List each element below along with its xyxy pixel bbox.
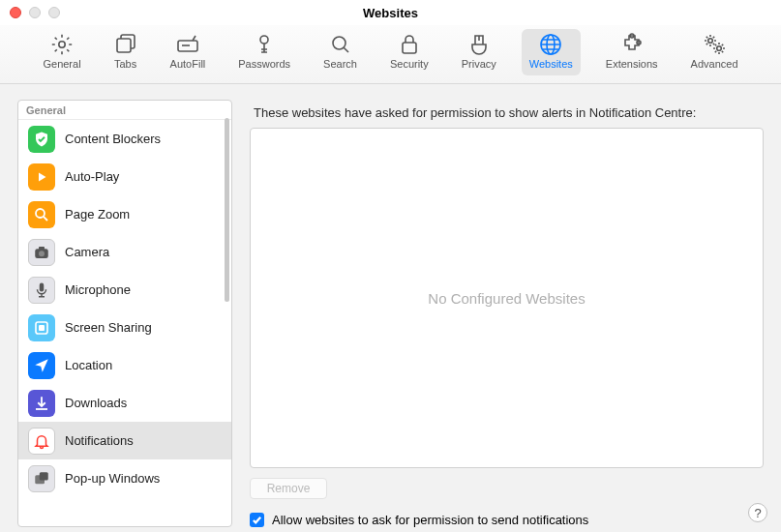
sidebar-item-label: Notifications: [65, 433, 134, 448]
allow-notifications-row: Allow websites to ask for permission to …: [250, 513, 764, 527]
toolbar-autofill[interactable]: AutoFill: [163, 29, 214, 75]
sidebar-item-label: Pop-up Windows: [65, 471, 160, 486]
toolbar-extensions[interactable]: Extensions: [598, 29, 666, 75]
sidebar-item-camera[interactable]: Camera: [18, 233, 231, 271]
sidebar-item-label: Camera: [65, 245, 109, 259]
sidebar-item-label: Auto-Play: [65, 169, 119, 184]
toolbar-advanced[interactable]: Advanced: [683, 29, 746, 75]
toolbar-label: AutoFill: [170, 58, 206, 70]
toolbar-label: Advanced: [691, 58, 738, 70]
tabs-icon: [114, 33, 137, 56]
sidebar-item-label: Screen Sharing: [65, 320, 152, 335]
svg-rect-20: [40, 472, 48, 480]
microphone-icon: [28, 277, 55, 304]
sidebar: General Content BlockersAuto-PlayPage Zo…: [17, 100, 232, 527]
camera-icon: [28, 239, 55, 266]
toolbar-tabs[interactable]: Tabs: [106, 29, 145, 75]
traffic-lights: [10, 7, 60, 18]
sidebar-item-label: Location: [65, 358, 112, 372]
location-icon: [28, 352, 55, 379]
toolbar-label: Extensions: [606, 58, 658, 70]
svg-rect-1: [117, 39, 131, 52]
privacy-icon: [467, 33, 491, 56]
popup-windows-icon: [28, 465, 55, 492]
svg-point-12: [36, 209, 45, 218]
detail-panel: These websites have asked for permission…: [250, 100, 764, 527]
sidebar-items: Content BlockersAuto-PlayPage ZoomCamera…: [18, 120, 231, 526]
toolbar-label: Tabs: [114, 58, 136, 70]
sidebar-item-auto-play[interactable]: Auto-Play: [18, 158, 231, 195]
sidebar-item-label: Page Zoom: [65, 207, 130, 222]
websites-icon: [539, 33, 562, 56]
websites-list[interactable]: No Configured Websites: [250, 128, 764, 468]
autofill-icon: [176, 33, 199, 56]
toolbar-privacy[interactable]: Privacy: [454, 29, 504, 75]
svg-rect-16: [40, 282, 45, 291]
toolbar-security[interactable]: Security: [382, 29, 436, 75]
zoom-window[interactable]: [48, 7, 60, 18]
toolbar-label: General: [43, 58, 80, 70]
detail-description: These websites have asked for permission…: [254, 105, 760, 120]
passwords-icon: [253, 33, 276, 56]
toolbar-label: Privacy: [462, 58, 496, 70]
toolbar-search[interactable]: Search: [315, 29, 365, 75]
remove-button: Remove: [250, 478, 327, 499]
sidebar-item-microphone[interactable]: Microphone: [18, 271, 231, 309]
downloads-icon: [28, 390, 55, 417]
sidebar-item-location[interactable]: Location: [18, 346, 231, 384]
search-icon: [329, 33, 352, 56]
svg-rect-15: [39, 247, 45, 250]
svg-point-0: [59, 42, 65, 47]
toolbar-label: Passwords: [238, 58, 290, 70]
screen-sharing-icon: [28, 314, 55, 341]
svg-point-14: [39, 251, 45, 256]
empty-state-text: No Configured Websites: [428, 290, 585, 307]
sidebar-item-popup-windows[interactable]: Pop-up Windows: [18, 459, 231, 497]
help-button[interactable]: ?: [748, 503, 767, 522]
notifications-icon: [28, 428, 55, 455]
titlebar: Websites: [0, 0, 781, 25]
toolbar-label: Security: [390, 58, 429, 70]
close-window[interactable]: [10, 7, 21, 18]
preferences-toolbar: GeneralTabsAutoFillPasswordsSearchSecuri…: [0, 25, 781, 84]
toolbar-label: Websites: [529, 58, 573, 70]
svg-point-4: [333, 37, 345, 49]
svg-rect-18: [39, 325, 45, 331]
sidebar-item-page-zoom[interactable]: Page Zoom: [18, 195, 231, 233]
allow-notifications-label: Allow websites to ask for permission to …: [272, 513, 588, 527]
content-area: General Content BlockersAuto-PlayPage Zo…: [0, 84, 781, 532]
toolbar-websites[interactable]: Websites: [522, 29, 581, 75]
toolbar-passwords[interactable]: Passwords: [230, 29, 298, 75]
toolbar-general[interactable]: General: [35, 29, 88, 75]
toolbar-label: Search: [323, 58, 357, 70]
sidebar-item-label: Downloads: [65, 396, 127, 410]
sidebar-scrollbar[interactable]: [225, 118, 229, 302]
sidebar-item-downloads[interactable]: Downloads: [18, 384, 231, 422]
extensions-icon: [620, 33, 644, 56]
check-icon: [252, 515, 262, 525]
sidebar-item-label: Content Blockers: [65, 132, 161, 146]
security-icon: [398, 33, 421, 56]
sidebar-section-header: General: [18, 101, 231, 120]
minimize-window[interactable]: [29, 7, 41, 18]
auto-play-icon: [28, 163, 55, 191]
general-icon: [50, 33, 74, 56]
sidebar-item-label: Microphone: [65, 282, 131, 297]
content-blockers-icon: [28, 126, 55, 153]
svg-point-10: [708, 39, 713, 44]
window-title: Websites: [363, 6, 418, 20]
svg-point-11: [717, 46, 722, 51]
svg-point-3: [260, 36, 268, 44]
svg-rect-5: [403, 43, 416, 53]
sidebar-item-screen-sharing[interactable]: Screen Sharing: [18, 309, 231, 346]
sidebar-item-content-blockers[interactable]: Content Blockers: [18, 120, 231, 158]
advanced-icon: [703, 33, 726, 56]
page-zoom-icon: [28, 201, 55, 228]
allow-notifications-checkbox[interactable]: [250, 513, 264, 527]
sidebar-item-notifications[interactable]: Notifications: [18, 422, 231, 459]
